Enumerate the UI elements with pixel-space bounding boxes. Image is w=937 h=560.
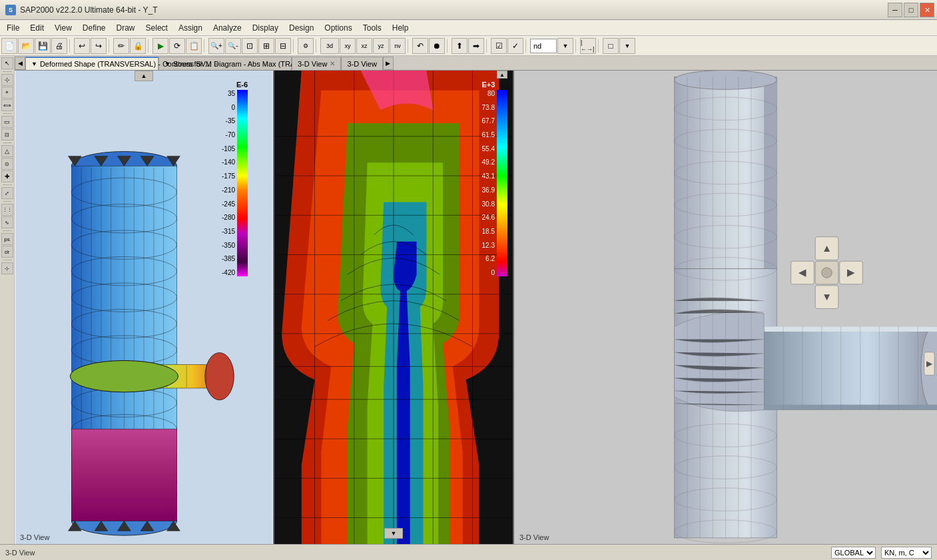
tab-scroll-left[interactable]: ◀: [15, 57, 25, 70]
3dview-svg: ▲ ◀ ▶ ▼: [514, 71, 937, 544]
vp1-label: 3-D View: [20, 533, 49, 541]
tb-yz[interactable]: yz: [373, 38, 389, 54]
tb-print[interactable]: 🖨: [51, 38, 67, 54]
tb-run[interactable]: ▶: [153, 38, 168, 54]
menu-define[interactable]: Define: [77, 21, 111, 35]
tb-new[interactable]: 📄: [1, 38, 17, 54]
tb-rec[interactable]: ⏺: [429, 38, 445, 54]
menu-select[interactable]: Select: [141, 21, 173, 35]
tb-xy[interactable]: xy: [340, 38, 356, 54]
vp2-scroll-down[interactable]: ▼: [384, 528, 403, 539]
status-coord-system[interactable]: GLOBAL LOCAL: [831, 547, 876, 559]
lt-distance[interactable]: ⟺: [1, 99, 13, 111]
lt-clr[interactable]: clr: [1, 246, 13, 258]
tb-zoom-out[interactable]: 🔍-: [225, 38, 241, 54]
lt-target[interactable]: ⌖: [1, 87, 13, 99]
svg-rect-34: [71, 429, 176, 521]
lt-triangle[interactable]: △: [1, 145, 13, 157]
menu-assign[interactable]: Assign: [173, 21, 208, 35]
tb-up[interactable]: ⬆: [452, 38, 468, 54]
tb-clip[interactable]: 📋: [186, 38, 202, 54]
sep12: [598, 39, 601, 53]
sep2: [109, 39, 111, 53]
tab-scroll-right[interactable]: ▶: [383, 57, 394, 70]
menu-options[interactable]: Options: [319, 21, 357, 35]
lt-wave[interactable]: ∿: [1, 216, 13, 228]
tab1-arrow[interactable]: ▼: [31, 61, 37, 67]
tb-rotl[interactable]: ↶: [412, 38, 428, 54]
maximize-button[interactable]: □: [904, 3, 918, 17]
tb-zoom-sel[interactable]: ⊟: [275, 38, 291, 54]
lt-node[interactable]: ⊹: [1, 262, 13, 274]
sep11: [575, 39, 578, 53]
tb-nv[interactable]: nv: [390, 38, 406, 54]
toolbar: 📄 📂 💾 🖨 ↩ ↪ ✏ 🔒 ▶ ⟳ 📋 🔍+ 🔍- ⊡ ⊞ ⊟ ⚙ 3d x…: [0, 36, 937, 56]
tb-zoom-box[interactable]: ⊡: [242, 38, 258, 54]
vp2-scroll-up[interactable]: ▲: [497, 71, 507, 79]
lt-grid[interactable]: ⋮⋮: [1, 204, 13, 216]
viewport1-canvas[interactable]: E-6 35 0 -35 -70 -105 -140 -175 -210 -24…: [15, 71, 273, 544]
vp1-scroll-up[interactable]: ▲: [135, 71, 153, 81]
menu-tools[interactable]: Tools: [358, 21, 387, 35]
sep1: [69, 39, 72, 53]
menu-edit[interactable]: Edit: [25, 21, 49, 35]
sep5: [293, 39, 296, 53]
tb-run2[interactable]: ⟳: [169, 38, 185, 54]
svg-rect-67: [764, 326, 937, 410]
tb-redo[interactable]: ↪: [91, 38, 107, 54]
menu-help[interactable]: Help: [387, 21, 414, 35]
tb-ruler[interactable]: |←→|: [580, 38, 596, 54]
close-button[interactable]: ✕: [920, 3, 934, 17]
tab1-close[interactable]: ✕: [214, 61, 219, 68]
tab-deformed-shape[interactable]: ▼ Deformed Shape (TRANSVERSAL) - Contour…: [25, 57, 158, 70]
tb-xz[interactable]: xz: [356, 38, 372, 54]
tb-draw[interactable]: ✏: [113, 38, 129, 54]
lt-sep5: [3, 201, 12, 202]
lt-rect-select[interactable]: ▭: [1, 116, 13, 128]
lt-cross[interactable]: ✚: [1, 170, 13, 182]
window-controls: ─ □ ✕: [888, 3, 934, 17]
lt-sep2: [3, 113, 12, 114]
status-units[interactable]: KN, m, C KN, mm, C: [881, 547, 932, 559]
stress-svg: [274, 71, 513, 544]
lt-area-select[interactable]: ⊡: [1, 129, 13, 140]
viewport2-canvas[interactable]: E+3 80 73.8 67.7 61.5 55.4 49.2 43.1 36.…: [274, 71, 513, 544]
menu-file[interactable]: File: [1, 21, 25, 35]
tb-zoom-all[interactable]: ⊞: [258, 38, 274, 54]
sep9: [486, 39, 489, 53]
minimize-button[interactable]: ─: [888, 3, 902, 17]
svg-point-98: [822, 268, 832, 278]
tab-3dview2[interactable]: 3-D View: [341, 57, 382, 70]
tb-combo2-arrow[interactable]: ▼: [619, 38, 635, 54]
tb-right[interactable]: ➡: [468, 38, 484, 54]
tb-save[interactable]: 💾: [35, 38, 51, 54]
lt-sep6: [3, 230, 12, 231]
menu-view[interactable]: View: [49, 21, 77, 35]
lt-crosshair[interactable]: ⊹: [1, 74, 13, 86]
tab-3dview1[interactable]: 3-D View ✕: [292, 57, 341, 70]
tab3-close[interactable]: ✕: [330, 60, 335, 67]
lt-ps[interactable]: ps: [1, 233, 13, 245]
tb-rect[interactable]: □: [603, 38, 619, 54]
menu-display[interactable]: Display: [247, 21, 284, 35]
tb-combo-nd[interactable]: [530, 39, 557, 53]
viewports: E-6 35 0 -35 -70 -105 -140 -175 -210 -24…: [15, 71, 937, 544]
lt-diagonal[interactable]: ⤢: [1, 187, 13, 199]
lt-circle[interactable]: ⊙: [1, 158, 13, 170]
tb-zoom-in[interactable]: 🔍+: [208, 38, 224, 54]
lt-select-pointer[interactable]: ↖: [1, 57, 13, 69]
menubar: File Edit View Define Draw Select Assign…: [0, 20, 937, 36]
menu-draw[interactable]: Draw: [111, 21, 141, 35]
svg-point-28: [205, 353, 234, 400]
menu-design[interactable]: Design: [284, 21, 319, 35]
tb-props[interactable]: ⚙: [298, 38, 314, 54]
tb-confirm[interactable]: ✓: [507, 38, 523, 54]
viewport3-canvas[interactable]: ▲ ◀ ▶ ▼: [514, 71, 937, 544]
menu-analyze[interactable]: Analyze: [208, 21, 247, 35]
tb-check[interactable]: ☑: [491, 38, 507, 54]
tb-open[interactable]: 📂: [18, 38, 34, 54]
tb-3d[interactable]: 3d: [320, 38, 339, 54]
tb-undo[interactable]: ↩: [74, 38, 90, 54]
tb-combo-arrow[interactable]: ▼: [557, 38, 573, 54]
tb-lock[interactable]: 🔒: [130, 38, 146, 54]
